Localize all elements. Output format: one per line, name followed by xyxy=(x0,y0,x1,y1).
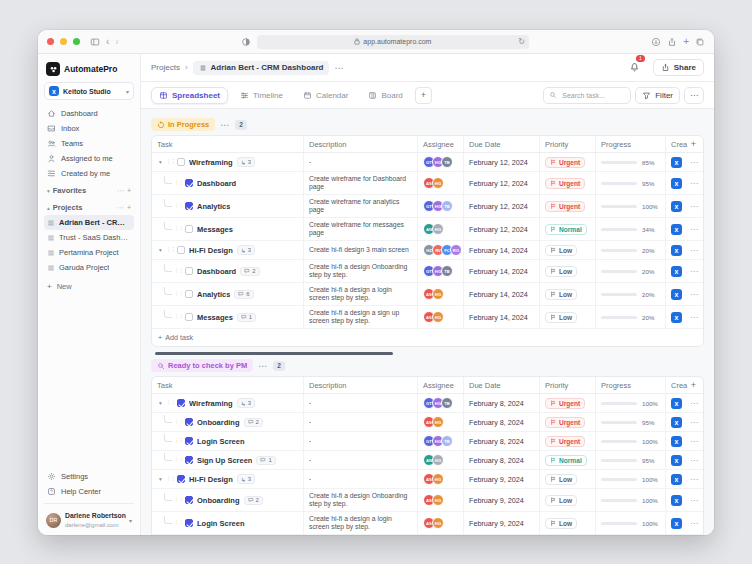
task-description[interactable]: - xyxy=(309,399,311,407)
tab-calendar[interactable]: Calendar xyxy=(295,87,356,104)
breadcrumb-projects[interactable]: Projects xyxy=(151,63,180,72)
task-description[interactable]: - xyxy=(309,418,311,426)
assignee-avatar[interactable]: HG xyxy=(432,494,444,506)
task-checkbox[interactable] xyxy=(185,519,193,527)
minimize-window-button[interactable] xyxy=(60,38,67,45)
task-name[interactable]: Onboarding xyxy=(197,496,240,505)
drag-handle-icon[interactable]: ⋮⋮ xyxy=(174,226,183,232)
drag-handle-icon[interactable]: ⋮⋮ xyxy=(166,476,175,482)
assignee-avatar[interactable]: HG xyxy=(432,473,444,485)
sidebar-project-item[interactable]: Adrian Bert - CRM Da... xyxy=(44,215,134,230)
assignee-avatar[interactable]: HG xyxy=(432,177,444,189)
share-button[interactable]: Share xyxy=(653,59,704,76)
row-menu-button[interactable]: ⋯ xyxy=(690,496,699,505)
favorites-add-icon[interactable]: + xyxy=(127,187,131,194)
priority-badge[interactable]: Low xyxy=(545,495,577,506)
task-checkbox[interactable] xyxy=(185,267,193,275)
drag-handle-icon[interactable]: ⋮⋮ xyxy=(174,419,183,425)
task-description[interactable]: Create hi-fi a design Onboarding step by… xyxy=(309,492,412,508)
collapse-caret-icon[interactable]: ▾ xyxy=(157,159,164,165)
row-menu-button[interactable]: ⋯ xyxy=(690,267,699,276)
downloads-icon[interactable] xyxy=(651,37,661,47)
drag-handle-icon[interactable]: ⋮⋮ xyxy=(166,400,175,406)
comment-badge[interactable]: 2 xyxy=(244,496,263,505)
sidebar-item-assigned-to-me[interactable]: Assigned to me xyxy=(44,151,134,166)
add-task-button[interactable]: +Add task xyxy=(152,329,703,346)
row-menu-button[interactable]: ⋯ xyxy=(690,313,699,322)
close-window-button[interactable] xyxy=(47,38,54,45)
horizontal-scrollbar[interactable] xyxy=(155,352,393,355)
row-menu-button[interactable]: ⋯ xyxy=(690,225,699,234)
task-checkbox[interactable] xyxy=(185,225,193,233)
view-options-button[interactable]: ⋯ xyxy=(684,87,704,104)
sidebar-item-teams[interactable]: Teams xyxy=(44,136,134,151)
priority-badge[interactable]: Urgent xyxy=(545,178,585,189)
row-menu-button[interactable]: ⋯ xyxy=(690,456,699,465)
task-name[interactable]: Sign Up Screen xyxy=(197,456,252,465)
user-menu[interactable]: DR Darlene Robertson darlene@gmail.com ▾ xyxy=(44,508,134,530)
assignee-avatar[interactable]: HG xyxy=(432,454,444,466)
due-date[interactable]: February 8, 2024 xyxy=(469,456,524,465)
task-name[interactable]: Messages xyxy=(197,225,233,234)
tab-overview-icon[interactable] xyxy=(695,37,705,47)
address-bar[interactable]: app.automatepro.com ↻ xyxy=(257,35,529,49)
search-input[interactable] xyxy=(560,91,625,100)
collapse-caret-icon[interactable]: ▾ xyxy=(157,247,164,253)
sidebar-item-dashboard[interactable]: Dashboard xyxy=(44,106,134,121)
task-description[interactable]: Create hi-fi a design Onboarding step by… xyxy=(309,263,412,279)
priority-badge[interactable]: Low xyxy=(545,289,577,300)
sidebar-toggle-icon[interactable] xyxy=(90,37,100,47)
assignee-avatar[interactable]: HG xyxy=(432,416,444,428)
due-date[interactable]: February 9, 2024 xyxy=(469,475,524,484)
row-menu-button[interactable]: ⋯ xyxy=(690,399,699,408)
due-date[interactable]: February 12, 2024 xyxy=(469,158,528,167)
row-menu-button[interactable]: ⋯ xyxy=(690,475,699,484)
drag-handle-icon[interactable]: ⋮⋮ xyxy=(174,457,183,463)
comment-badge[interactable]: 6 xyxy=(234,290,253,299)
task-checkbox[interactable] xyxy=(185,290,193,298)
due-date[interactable]: February 14, 2024 xyxy=(469,246,528,255)
task-description[interactable]: Create hi-fi a design a sign up screen s… xyxy=(309,309,412,325)
row-menu-button[interactable]: ⋯ xyxy=(690,418,699,427)
notifications-button[interactable]: 1 xyxy=(629,59,640,77)
row-menu-button[interactable]: ⋯ xyxy=(690,179,699,188)
task-description[interactable]: - xyxy=(309,158,311,166)
row-menu-button[interactable]: ⋯ xyxy=(690,437,699,446)
search-task-box[interactable] xyxy=(543,87,631,104)
priority-badge[interactable]: Urgent xyxy=(545,201,585,212)
task-description[interactable]: Create hi-fi a design a login screen ste… xyxy=(309,286,412,302)
sidebar-project-item[interactable]: Trust - SaaS Dashbo... xyxy=(44,230,134,245)
status-badge[interactable]: In Progress xyxy=(151,118,215,131)
workspace-switcher[interactable]: x Keitoto Studio ▾ xyxy=(44,82,134,100)
drag-handle-icon[interactable]: ⋮⋮ xyxy=(174,180,183,186)
favorites-section-header[interactable]: ▾ Favorites ⋯ + xyxy=(44,181,134,198)
sidebar-project-item[interactable]: Garuda Project xyxy=(44,260,134,275)
due-date[interactable]: February 12, 2024 xyxy=(469,202,528,211)
add-column-icon[interactable]: + xyxy=(691,380,696,390)
priority-badge[interactable]: Normal xyxy=(545,224,587,235)
task-name[interactable]: Hi-Fi Design xyxy=(189,246,233,255)
subtask-badge[interactable]: ↳3 xyxy=(237,474,255,484)
task-checkbox[interactable] xyxy=(177,399,185,407)
breadcrumb-current[interactable]: Adrian Bert - CRM Dashboard xyxy=(193,61,330,75)
drag-handle-icon[interactable]: ⋮⋮ xyxy=(174,203,183,209)
assignee-avatar[interactable]: TB xyxy=(441,397,453,409)
priority-badge[interactable]: Urgent xyxy=(545,157,585,168)
assignee-avatar[interactable]: TB xyxy=(441,156,453,168)
drag-handle-icon[interactable]: ⋮⋮ xyxy=(174,438,183,444)
task-checkbox[interactable] xyxy=(185,313,193,321)
row-menu-button[interactable]: ⋯ xyxy=(690,519,699,528)
assignee-avatar[interactable]: HG xyxy=(432,517,444,529)
task-description[interactable]: - xyxy=(309,456,311,464)
due-date[interactable]: February 12, 2024 xyxy=(469,179,528,188)
task-name[interactable]: Dashboard xyxy=(197,267,236,276)
row-menu-button[interactable]: ⋯ xyxy=(690,246,699,255)
priority-badge[interactable]: Low xyxy=(545,266,577,277)
drag-handle-icon[interactable]: ⋮⋮ xyxy=(166,159,175,165)
due-date[interactable]: February 9, 2024 xyxy=(469,496,524,505)
due-date[interactable]: February 14, 2024 xyxy=(469,290,528,299)
tab-board[interactable]: Board xyxy=(360,87,410,104)
subtask-badge[interactable]: ↳3 xyxy=(237,245,255,255)
section-menu-icon[interactable]: ⋯ xyxy=(220,120,230,130)
sidebar-item-help-center[interactable]: Help Center xyxy=(44,484,134,499)
